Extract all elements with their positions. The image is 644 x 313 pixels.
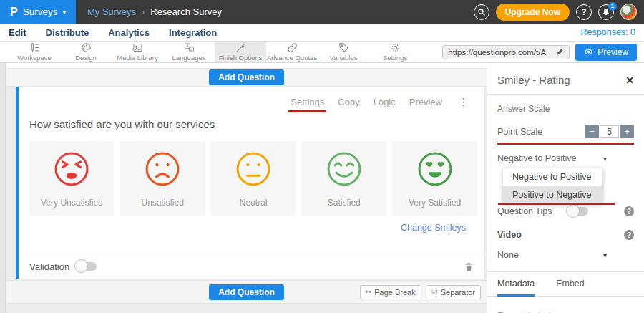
toolbar-item-workspace[interactable]: Workspace — [9, 42, 60, 62]
report-label-row — [497, 309, 634, 313]
question-tips-label: Question Tips — [497, 206, 552, 216]
question-tab-copy[interactable]: Copy — [338, 97, 359, 107]
separator-label: Separator — [441, 288, 475, 297]
satisfied-smiley-icon — [325, 150, 364, 191]
smiley-option-unsatisfied[interactable]: Unsatisfied — [120, 141, 205, 216]
option-positive-to-negative[interactable]: Positive to Negative — [503, 186, 602, 204]
question-tab-settings[interactable]: Settings — [291, 97, 324, 107]
survey-url-field[interactable]: https://questionpro.com/t/A — [442, 45, 570, 59]
toolbar-item-languages[interactable]: A a Languages — [163, 42, 215, 62]
breadcrumb-separator: › — [142, 6, 145, 17]
question-tab-preview[interactable]: Preview — [409, 97, 442, 107]
insert-controls: ✂ Page Break ☑ Separator — [360, 285, 481, 299]
pencil-edit-icon[interactable] — [556, 48, 564, 56]
notifications-bell-icon[interactable]: 1 — [598, 4, 614, 20]
breadcrumb-current-survey: Research Survey — [150, 6, 222, 17]
svg-text:A: A — [186, 44, 189, 48]
report-label-input[interactable] — [497, 309, 623, 313]
unsatisfied-smiley-icon — [143, 150, 182, 191]
survey-url-value: https://questionpro.com/t/A — [448, 48, 551, 57]
product-menu[interactable]: P Surveys ▾ — [0, 0, 76, 24]
nav-tab-distribute[interactable]: Distribute — [46, 27, 89, 38]
question-tips-toggle[interactable] — [567, 207, 588, 216]
validation-row: Validation — [19, 254, 484, 279]
question-tab-logic[interactable]: Logic — [374, 97, 396, 107]
survey-canvas: Add Question Settings Copy Logic Preview… — [0, 63, 487, 313]
point-scale-increment-button[interactable]: + — [620, 125, 634, 138]
point-scale-decrement-button[interactable]: − — [585, 125, 599, 138]
toolbar-item-label: Workspace — [17, 54, 51, 62]
more-options-kebab-icon[interactable]: ⋮ — [459, 96, 469, 107]
questionpro-logo: P — [10, 6, 18, 19]
chevron-down-icon: ▾ — [603, 155, 607, 163]
validation-toggle[interactable] — [76, 262, 97, 271]
video-select-value: None — [497, 250, 519, 260]
scale-direction-value: Negative to Positive — [497, 153, 576, 163]
tab-embed[interactable]: Embed — [556, 272, 585, 297]
toolbar-item-label: Finish Options — [219, 54, 263, 62]
option-negative-to-positive[interactable]: Negative to Positive — [503, 168, 602, 186]
point-scale-stepper: − 5 + — [585, 125, 634, 138]
toolbar-item-label: Media Library — [117, 54, 158, 62]
nav-tab-integration[interactable]: Integration — [169, 27, 217, 38]
toolbar-item-variables[interactable]: Variables — [318, 42, 369, 62]
responses-count[interactable]: Responses: 0 — [581, 27, 635, 37]
scale-direction-dropdown: Negative to Positive Positive to Negativ… — [503, 168, 602, 204]
toolbar-item-label: Settings — [383, 54, 407, 62]
toolbar-item-settings[interactable]: Settings — [369, 42, 421, 62]
answer-scale-label: Answer Scale — [497, 104, 634, 114]
toolbar-item-design[interactable]: Design — [60, 42, 112, 62]
point-scale-label: Point Scale — [497, 127, 542, 137]
change-smileys-link[interactable]: Change Smileys — [19, 223, 466, 233]
smiley-option-very-unsatisfied[interactable]: Very Unsatisfied — [29, 141, 114, 216]
page-break-button[interactable]: ✂ Page Break — [360, 285, 421, 299]
user-avatar[interactable] — [620, 4, 637, 20]
scale-direction-select[interactable]: Negative to Positive ▾ Negative to Posit… — [497, 153, 634, 163]
add-question-bar-top: Add Question — [6, 68, 487, 87]
search-icon[interactable] — [474, 4, 489, 20]
smiley-option-label: Unsatisfied — [142, 198, 184, 208]
nav-tab-analytics[interactable]: Analytics — [108, 27, 150, 38]
palette-icon — [81, 42, 92, 53]
tag-icon — [338, 42, 349, 53]
help-icon[interactable]: ? — [576, 4, 592, 20]
toolbar-right: https://questionpro.com/t/A Preview — [442, 42, 644, 62]
smiley-option-neutral[interactable]: Neutral — [211, 141, 296, 216]
point-scale-value[interactable]: 5 — [600, 125, 619, 138]
image-icon — [132, 42, 143, 53]
delete-question-trash-icon[interactable] — [464, 261, 474, 272]
smiley-option-very-satisfied[interactable]: Very Satisfied — [392, 141, 477, 216]
toolbar-item-media-library[interactable]: Media Library — [112, 42, 163, 62]
upgrade-now-button[interactable]: Upgrade Now — [496, 4, 570, 21]
add-question-button-bottom[interactable]: Add Question — [209, 284, 284, 300]
question-title[interactable]: How satisfied are you with our services — [29, 118, 484, 130]
question-card-tabs: Settings Copy Logic Preview ⋮ — [19, 87, 484, 107]
toolbar-item-finish-options[interactable]: Finish Options — [215, 42, 266, 62]
very-unsatisfied-smiley-icon — [52, 150, 91, 191]
tab-metadata[interactable]: Metadata — [497, 272, 535, 297]
question-tips-help-icon[interactable]: ? — [624, 206, 634, 216]
neutral-smiley-icon — [234, 150, 273, 191]
product-menu-label: Surveys — [23, 6, 58, 17]
add-question-button-top[interactable]: Add Question — [209, 69, 284, 85]
nav-tab-edit[interactable]: Edit — [9, 27, 26, 38]
smiley-option-satisfied[interactable]: Satisfied — [301, 141, 386, 216]
add-question-bar-bottom: Add Question ✂ Page Break ☑ Separator — [6, 280, 487, 304]
breadcrumb-my-surveys[interactable]: My Surveys — [87, 6, 136, 17]
question-tips-row: Question Tips ? — [497, 206, 634, 216]
notification-badge: 1 — [608, 2, 617, 11]
svg-text:a: a — [190, 48, 192, 52]
video-help-icon[interactable]: ? — [624, 230, 634, 240]
top-bar: P Surveys ▾ My Surveys › Research Survey… — [0, 0, 644, 24]
smiley-option-label: Very Unsatisfied — [41, 198, 103, 208]
content-area: Add Question Settings Copy Logic Preview… — [0, 63, 644, 313]
preview-button[interactable]: Preview — [575, 44, 637, 61]
close-icon[interactable]: ✕ — [625, 74, 634, 86]
video-select[interactable]: None ▾ — [497, 250, 634, 260]
smiley-scale: Very Unsatisfied Unsatisfied — [29, 141, 477, 216]
chain-link-icon — [287, 42, 298, 53]
page-break-label: Page Break — [374, 288, 415, 297]
canvas-left-gutter — [0, 63, 6, 313]
toolbar-item-advance-quotas[interactable]: Advance Quotas — [266, 42, 318, 62]
separator-button[interactable]: ☑ Separator — [426, 285, 481, 299]
